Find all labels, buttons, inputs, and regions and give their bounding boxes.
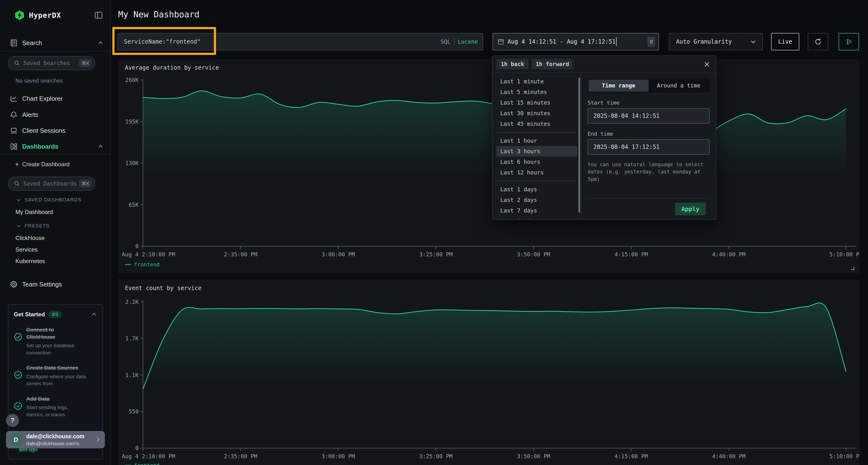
get-started-item[interactable]: Connect to ClickHouseSet up your databas… [14, 326, 97, 356]
sidebar-item-label: Search [22, 39, 42, 47]
divider [0, 51, 111, 52]
svg-text:550: 550 [128, 408, 138, 414]
quick-range-last-45-minutes[interactable]: Last 45 minutes [496, 119, 578, 129]
quick-range-last-15-minutes[interactable]: Last 15 minutes [496, 97, 578, 108]
quick-range-last-3-hours[interactable]: Last 3 hours [496, 146, 578, 157]
quick-range-last-1-minute[interactable]: Last 1 minute [496, 76, 578, 87]
saved-dashboards-input[interactable]: Saved Dashboards ⌘K [8, 176, 95, 191]
section-presets[interactable]: PRESETS [16, 223, 50, 229]
sidebar-collapse-icon[interactable] [94, 10, 103, 20]
svg-text:2:35:00 PM: 2:35:00 PM [224, 251, 257, 258]
quick-range-last-1-days[interactable]: Last 1 days [496, 184, 578, 195]
sidebar-item-alerts[interactable]: Alerts [0, 109, 111, 121]
svg-text:0: 0 [135, 445, 138, 451]
divider [454, 38, 455, 45]
grid-icon [10, 142, 18, 151]
sql-toggle[interactable]: SQL [440, 38, 451, 45]
section-saved-dashboards[interactable]: SAVED DASHBOARDS [16, 197, 82, 203]
svg-text:5:10:00 PM: 5:10:00 PM [830, 251, 860, 258]
line-chart[interactable]: 05501.1K1.7K2.2KAug 4 2:10:00 PM2:35:00 … [118, 279, 860, 465]
sidebar-item-label: Chart Explorer [22, 95, 63, 102]
sidebar-item-chart-explorer[interactable]: Chart Explorer [0, 93, 111, 104]
lucene-toggle[interactable]: Lucene [458, 38, 478, 45]
search-icon [14, 180, 20, 187]
create-dashboard-label: Create Dashboard [22, 161, 69, 168]
sidebar-item-label: Alerts [22, 111, 38, 119]
bell-icon [10, 110, 18, 119]
svg-text:Aug 4 2:10:00 PM: Aug 4 2:10:00 PM [122, 251, 175, 258]
apply-button[interactable]: Apply [675, 203, 706, 215]
run-query-button[interactable] [839, 33, 859, 51]
svg-text:4:15:00 PM: 4:15:00 PM [615, 251, 648, 258]
quick-range-last-2-days[interactable]: Last 2 days [496, 195, 578, 205]
divider [497, 132, 577, 133]
shift-forward-button[interactable]: 1h forward [531, 59, 574, 69]
quick-range-last-1-hour[interactable]: Last 1 hour [496, 135, 578, 146]
time-range-input[interactable]: Aug 4 14:12:51 - Aug 4 17:12:51 d [493, 33, 659, 51]
sidebar-item-kubernetes[interactable]: Kubernetes [16, 258, 45, 265]
quick-range-last-12-hours[interactable]: Last 12 hours [496, 167, 578, 178]
journal-icon [10, 39, 18, 47]
main-content: My New Dashboard ServiceName:"frontend" … [111, 0, 868, 465]
svg-text:2:35:00 PM: 2:35:00 PM [224, 453, 257, 460]
divider [497, 181, 577, 181]
search-query-input[interactable]: ServiceName:"frontend" SQL Lucene [117, 33, 483, 51]
close-icon[interactable] [703, 61, 711, 68]
check-circle-icon [14, 332, 23, 356]
query-value: ServiceName:"frontend" [124, 38, 200, 45]
quick-range-last-14-days[interactable]: Last 14 days [496, 216, 578, 219]
chart-legend[interactable]: frontend [125, 462, 160, 465]
saved-searches-placeholder: Saved Searches [23, 60, 70, 66]
get-started-item-title: Add Data [26, 395, 84, 403]
svg-text:3:50:00 PM: 3:50:00 PM [517, 453, 550, 460]
chevron-up-icon [97, 40, 104, 46]
sidebar-item-client-sessions[interactable]: Client Sessions [0, 125, 111, 136]
live-button[interactable]: Live [771, 33, 799, 51]
end-time-input[interactable]: 2025-08-04 17:12:51 [588, 139, 710, 155]
chart-legend[interactable]: frontend [125, 261, 160, 267]
calendar-icon [497, 38, 504, 45]
start-time-label: Start time [588, 100, 710, 106]
user-account-chip[interactable]: D dale@clickhouse.com dale@clickhouse.co… [6, 431, 105, 449]
get-started-item[interactable]: Create Data SourcesConfigure where your … [14, 364, 97, 387]
scrollbar-thumb[interactable] [579, 77, 580, 212]
sidebar-item-clickhouse[interactable]: ClickHouse [16, 235, 44, 241]
svg-text:4:15:00 PM: 4:15:00 PM [615, 453, 648, 460]
sidebar-item-dashboards[interactable]: Dashboards [0, 141, 111, 152]
shortcut-badge: ⌘K [79, 179, 92, 188]
gear-icon [10, 280, 18, 289]
chevron-up-icon[interactable] [91, 311, 97, 318]
team-settings-label: Team Settings [22, 281, 62, 288]
svg-text:130K: 130K [125, 160, 139, 166]
sidebar-item-search[interactable]: Search [0, 37, 111, 49]
create-dashboard-button[interactable]: + Create Dashboard [15, 161, 69, 168]
svg-text:2.2K: 2.2K [125, 299, 139, 305]
start-time-input[interactable]: 2025-08-04 14:12:51 [588, 108, 710, 124]
quick-range-last-5-minutes[interactable]: Last 5 minutes [496, 87, 578, 97]
shift-back-button[interactable]: 1h back [496, 59, 528, 69]
granularity-select[interactable]: Auto Granularity [669, 33, 763, 51]
sidebar-item-label: Dashboards [22, 143, 58, 150]
refresh-button[interactable] [808, 33, 828, 51]
tab-around-a-time[interactable]: Around a time [649, 79, 709, 92]
sidebar-item-my-dashboard[interactable]: My Dashboard [16, 209, 53, 215]
quick-range-last-7-days[interactable]: Last 7 days [496, 205, 578, 216]
time-picker-popover: 1h back 1h forward Last 1 minuteLast 5 m… [492, 56, 716, 220]
line-chart[interactable]: 065K130K195K260KAug 4 2:10:00 PM2:35:00 … [118, 59, 860, 273]
panel-resize-handle[interactable] [850, 266, 854, 270]
help-button[interactable]: ? [6, 414, 19, 427]
sidebar-item-team-settings[interactable]: Team Settings [0, 278, 111, 290]
tab-time-range[interactable]: Time range [589, 79, 649, 92]
svg-text:4:40:00 PM: 4:40:00 PM [712, 251, 745, 258]
sidebar-item-services[interactable]: Services [16, 246, 38, 253]
no-saved-searches-note: No saved searches [16, 77, 63, 84]
legend-label: frontend [134, 261, 160, 267]
get-started-item[interactable]: Add DataStart sending logs, metrics, or … [14, 395, 97, 418]
end-time-label: End time [588, 131, 710, 137]
quick-range-last-6-hours[interactable]: Last 6 hours [496, 157, 578, 167]
quick-range-last-30-minutes[interactable]: Last 30 minutes [496, 108, 578, 119]
saved-searches-input[interactable]: Saved Searches ⌘K [8, 56, 95, 70]
user-email: dale@clickhouse.com [26, 433, 84, 440]
svg-text:65K: 65K [128, 202, 138, 208]
brand-wordmark: HyperDX [29, 11, 61, 20]
